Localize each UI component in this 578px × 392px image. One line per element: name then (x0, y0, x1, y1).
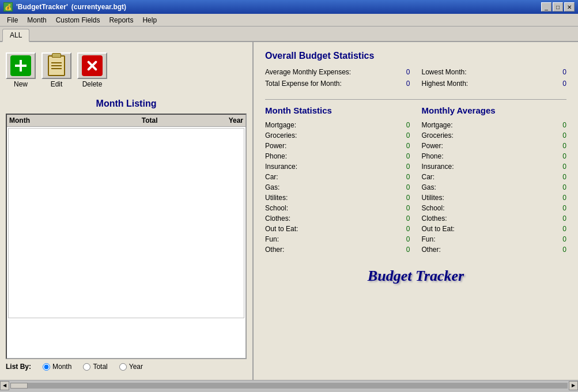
monthly-avg-items: Mortgage:0Groceries:0Power:0Phone:0Insur… (422, 121, 567, 254)
brand-footer: Budget Tracker (265, 262, 566, 285)
radio-year-input[interactable] (119, 363, 127, 371)
menu-reports[interactable]: Reports (104, 15, 138, 25)
month-stat-item: Insurance:0 (265, 163, 410, 171)
scroll-left-arrow[interactable]: ◀ (0, 381, 9, 390)
radio-month[interactable]: Month (43, 363, 71, 371)
monthly-avg-item: Phone:0 (422, 152, 567, 160)
list-by-label: List By: (6, 363, 31, 371)
menu-month[interactable]: Month (22, 15, 51, 25)
stat-lowest-month-label: Lowest Month: (422, 68, 551, 76)
stat-lowest-month: Lowest Month: 0 (422, 68, 567, 76)
edit-button[interactable]: Edit (41, 52, 71, 88)
edit-button-icon-bg (41, 52, 71, 79)
main-container: New Edit Delete Month List (0, 42, 578, 380)
menu-bar: File Month Custom Fields Reports Help (0, 14, 578, 27)
radio-year[interactable]: Year (119, 363, 143, 371)
app-icon: 💰 (3, 2, 13, 12)
right-panel: Overall Budget Statistics Average Monthl… (254, 42, 578, 380)
menu-help[interactable]: Help (138, 15, 161, 25)
month-stat-item: Fun:0 (265, 235, 410, 243)
listing-table: Month Total Year (6, 114, 247, 359)
edit-icon (48, 55, 65, 76)
col-header-total: Total (103, 116, 196, 125)
divider (265, 99, 566, 100)
stat-highest-month-value: 0 (555, 80, 566, 88)
app-title: 'BudgetTracker' (16, 3, 68, 11)
menu-custom-fields[interactable]: Custom Fields (51, 15, 105, 25)
col-header-month: Month (9, 116, 103, 125)
listing-body (8, 128, 244, 318)
close-button[interactable]: ✕ (564, 2, 575, 12)
stat-lowest-month-value: 0 (555, 68, 566, 76)
stat-total-expense-label: Total Expense for Month: (265, 80, 394, 88)
stat-total-expense-value: 0 (399, 80, 410, 88)
delete-button-icon-bg (77, 52, 107, 79)
listing-title: Month Listing (6, 99, 247, 109)
month-stat-item: Other:0 (265, 246, 410, 254)
edit-button-label: Edit (51, 80, 63, 88)
app-subtitle: (currentyear.bgt) (71, 3, 126, 11)
left-panel: New Edit Delete Month List (0, 42, 254, 380)
maximize-button[interactable]: □ (553, 2, 563, 12)
month-stat-item: Phone:0 (265, 152, 410, 160)
month-stat-item: Mortgage:0 (265, 121, 410, 129)
new-button-label: New (14, 80, 28, 88)
month-stats-items: Mortgage:0Groceries:0Power:0Phone:0Insur… (265, 121, 410, 254)
delete-button[interactable]: Delete (77, 52, 107, 88)
title-bar: 💰 'BudgetTracker' (currentyear.bgt) _ □ … (0, 0, 578, 14)
new-button-icon-bg (6, 52, 36, 79)
brand-text: Budget Tracker (265, 267, 566, 285)
stat-avg-monthly: Average Monthly Expenses: 0 (265, 68, 410, 76)
delete-button-label: Delete (82, 80, 103, 88)
month-stat-item: Groceries:0 (265, 131, 410, 140)
overall-budget-title: Overall Budget Statistics (265, 51, 566, 61)
scroll-right-arrow[interactable]: ▶ (569, 381, 578, 390)
stat-highest-month: Highest Month: 0 (422, 80, 567, 88)
toolbar: New Edit Delete (6, 48, 247, 93)
bottom-scrollbar: ◀ ▶ (0, 380, 578, 390)
new-icon (10, 55, 31, 76)
monthly-avg-item: Clothes:0 (422, 214, 567, 223)
monthly-avg-item: Groceries:0 (422, 131, 567, 140)
monthly-averages-title: Monthly Averages (422, 105, 567, 115)
monthly-averages-col: Monthly Averages Mortgage:0Groceries:0Po… (422, 105, 567, 256)
stat-avg-monthly-value: 0 (399, 68, 410, 76)
month-stat-item: Utilites:0 (265, 194, 410, 202)
menu-file[interactable]: File (2, 15, 22, 25)
month-stat-item: Clothes:0 (265, 214, 410, 223)
monthly-avg-item: Power:0 (422, 142, 567, 150)
new-button[interactable]: New (6, 52, 36, 88)
month-statistics-col: Month Statistics Mortgage:0Groceries:0Po… (265, 105, 410, 256)
month-stat-item: Car:0 (265, 173, 410, 181)
list-by-bar: List By: Month Total Year (6, 359, 247, 374)
monthly-avg-item: School:0 (422, 204, 567, 212)
scroll-thumb[interactable] (10, 383, 28, 389)
radio-total-input[interactable] (83, 363, 90, 371)
stat-highest-month-label: Highest Month: (422, 80, 551, 88)
month-stat-item: Gas:0 (265, 183, 410, 191)
monthly-avg-item: Utilites:0 (422, 194, 567, 202)
monthly-avg-item: Insurance:0 (422, 163, 567, 171)
radio-month-input[interactable] (43, 363, 50, 371)
overall-stats-grid: Average Monthly Expenses: 0 Lowest Month… (265, 68, 566, 88)
monthly-avg-item: Car:0 (422, 173, 567, 181)
month-statistics-title: Month Statistics (265, 105, 410, 115)
monthly-avg-item: Gas:0 (422, 183, 567, 191)
delete-icon (82, 55, 103, 76)
radio-year-label: Year (129, 363, 143, 371)
radio-month-label: Month (52, 363, 71, 371)
month-stat-item: Power:0 (265, 142, 410, 150)
stat-avg-monthly-label: Average Monthly Expenses: (265, 68, 394, 76)
scroll-track (10, 383, 568, 389)
tab-all[interactable]: ALL (2, 29, 29, 42)
radio-total-label: Total (93, 363, 107, 371)
radio-total[interactable]: Total (83, 363, 107, 371)
month-stat-item: School:0 (265, 204, 410, 212)
window-controls: _ □ ✕ (541, 2, 575, 12)
tab-bar: ALL (0, 27, 578, 42)
listing-header: Month Total Year (7, 115, 245, 127)
two-col-stats: Month Statistics Mortgage:0Groceries:0Po… (265, 105, 566, 256)
monthly-avg-item: Mortgage:0 (422, 121, 567, 129)
minimize-button[interactable]: _ (541, 2, 551, 12)
col-header-year: Year (197, 116, 243, 125)
